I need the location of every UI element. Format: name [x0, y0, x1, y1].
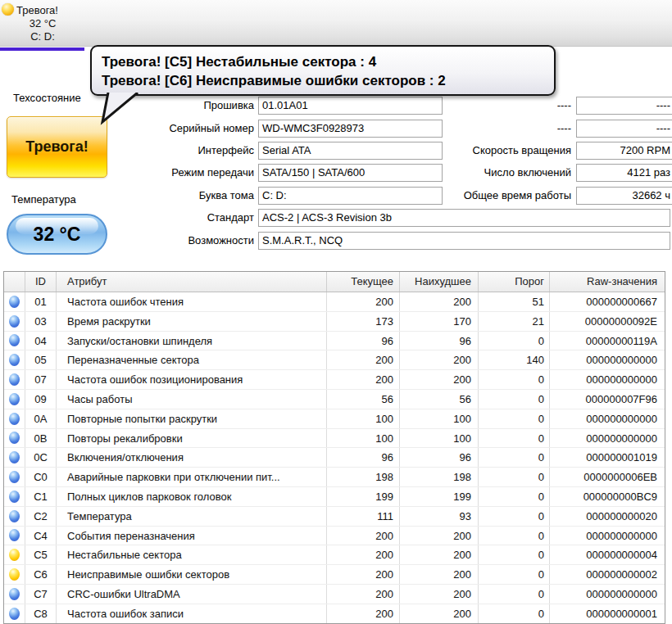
attr-name: Температура	[57, 507, 327, 526]
status-ball-icon	[9, 608, 20, 620]
field-value-host-reads[interactable]: ----	[576, 120, 672, 138]
form-row: Интерфейс Serial ATA Скорость вращения 7…	[0, 142, 672, 160]
attr-raw: 000000000000	[550, 350, 665, 369]
attr-name: Частота ошибок позиционирования	[57, 370, 327, 389]
form-row: Режим передачи SATA/150 | SATA/600 Число…	[0, 164, 672, 182]
attr-current: 199	[327, 487, 400, 506]
status-ball-icon	[9, 588, 20, 600]
table-row[interactable]: 0A Повторные попытки раскрутки 100 100 0…	[4, 409, 665, 429]
field-value-rotation-rate[interactable]: 7200 RPM	[576, 142, 672, 160]
field-value-host-writes[interactable]: ----	[576, 97, 672, 115]
table-row[interactable]: 09 Часы работы 56 56 0 000000007F96	[4, 390, 665, 409]
table-row[interactable]: 05 Переназначенные сектора 200 200 140 0…	[4, 350, 665, 370]
app-window: Тревога! 32 °C C: D: Техсостояние Тревог…	[0, 0, 672, 624]
disk-list-bar: Тревога! 32 °C C: D:	[0, 0, 672, 47]
table-row[interactable]: 07 Частота ошибок позиционирования 200 2…	[4, 370, 665, 390]
attr-threshold: 0	[479, 565, 550, 584]
alert-tooltip: Тревога! [C5] Нестабильные сектора : 4 Т…	[90, 45, 556, 96]
attr-name: События переназначения	[57, 527, 327, 545]
table-row[interactable]: C2 Температура 111 93 0 000000000020	[4, 507, 665, 527]
header-current[interactable]: Текущее	[327, 272, 400, 292]
attr-name: Время раскрутки	[57, 312, 327, 331]
table-row[interactable]: 0B Повторы рекалибровки 100 100 0 000000…	[4, 429, 665, 449]
attr-worst: 199	[400, 487, 479, 506]
attr-threshold: 0	[479, 332, 550, 350]
field-value-standard[interactable]: ACS-2 | ACS-3 Revision 3b	[258, 209, 670, 227]
table-row[interactable]: C5 Нестабильные сектора 200 200 0 000000…	[4, 545, 665, 565]
attr-current: 111	[327, 507, 400, 526]
attr-threshold: 0	[479, 585, 550, 604]
field-label-drive-letter: Буква тома	[82, 189, 254, 201]
attr-raw: 000000000000	[550, 429, 665, 448]
header-raw-values[interactable]: Raw-значения	[550, 272, 665, 292]
attr-raw: 000000000002	[550, 565, 665, 584]
header-worst[interactable]: Наихудшее	[400, 272, 479, 292]
attr-name: Полных циклов парковок головок	[57, 487, 327, 506]
form-row: Буква тома C: D: Общее время работы 3266…	[0, 187, 672, 205]
attr-current: 96	[327, 332, 400, 350]
field-label-power-on-count: Число включений	[393, 166, 571, 179]
field-label-interface: Интерфейс	[82, 144, 254, 156]
attr-raw: 000000000000	[550, 370, 665, 389]
attr-id: C1	[25, 487, 57, 506]
field-label-standard: Стандарт	[82, 211, 254, 224]
header-id[interactable]: ID	[25, 272, 57, 292]
attr-id: 03	[25, 312, 57, 331]
attr-id: 01	[25, 292, 57, 311]
attr-worst: 100	[400, 409, 479, 428]
attr-worst: 200	[400, 350, 479, 369]
attr-current: 200	[327, 585, 400, 604]
attr-id: C8	[25, 604, 57, 623]
tooltip-tail	[92, 93, 141, 125]
attr-worst: 200	[400, 292, 479, 311]
table-row[interactable]: 03 Время раскрутки 173 170 21 0000000009…	[4, 312, 665, 332]
attr-worst: 56	[400, 390, 479, 409]
field-label-power-on-hours: Общее время работы	[393, 189, 571, 201]
table-body: 01 Частота ошибок чтения 200 200 51 0000…	[4, 292, 665, 624]
attr-name: Переназначенные сектора	[57, 350, 327, 369]
attr-current: 200	[327, 604, 400, 623]
status-ball-icon	[9, 413, 20, 425]
attr-id: 09	[25, 390, 57, 409]
status-ball-icon	[9, 315, 20, 328]
table-row[interactable]: C8 Частота ошибок записи 200 200 0 00000…	[4, 604, 665, 624]
field-value-power-on-hours[interactable]: 32662 ч	[576, 187, 672, 205]
attr-worst: 96	[400, 332, 479, 350]
header-threshold[interactable]: Порог	[479, 272, 550, 292]
table-row[interactable]: C0 Аварийные парковки при отключении пит…	[4, 468, 665, 487]
field-value-features[interactable]: S.M.A.R.T., NCQ	[258, 232, 670, 250]
table-row[interactable]: C1 Полных циклов парковок головок 199 19…	[4, 487, 665, 507]
attr-current: 200	[327, 545, 400, 564]
table-row[interactable]: C4 События переназначения 200 200 0 0000…	[4, 527, 665, 546]
status-ball-icon	[9, 549, 20, 561]
field-value-power-on-count[interactable]: 4121 раз	[576, 164, 672, 182]
table-row[interactable]: 0C Включения/отключения 96 96 0 00000000…	[4, 448, 665, 468]
attr-worst: 100	[400, 429, 479, 448]
disk-item-selected[interactable]: Тревога! 32 °C C: D:	[0, 0, 85, 47]
attr-raw: 000000000000	[550, 409, 665, 428]
attr-worst: 200	[400, 604, 479, 623]
attr-raw: 000000007F96	[550, 390, 665, 409]
attr-worst: 96	[400, 448, 479, 467]
attr-threshold: 21	[479, 312, 550, 331]
form-row: Возможности S.M.A.R.T., NCQ	[0, 232, 672, 250]
attr-worst: 200	[400, 545, 479, 564]
attr-threshold: 0	[479, 527, 550, 545]
caution-status-ball-icon	[2, 3, 14, 16]
table-row[interactable]: C7 CRC-ошибки UltraDMA 200 200 0 0000000…	[4, 585, 665, 604]
attr-threshold: 0	[479, 448, 550, 467]
attr-name: Повторные попытки раскрутки	[57, 409, 327, 428]
attr-threshold: 0	[479, 604, 550, 623]
table-row[interactable]: 04 Запуски/остановки шпинделя 96 96 0 00…	[4, 332, 665, 351]
attr-current: 200	[327, 292, 400, 311]
status-ball-icon	[9, 393, 20, 405]
header-attribute[interactable]: Атрибут	[57, 272, 327, 292]
attr-id: 0B	[25, 429, 57, 448]
attr-worst: 198	[400, 468, 479, 486]
header-status-icon-column[interactable]	[4, 272, 25, 292]
attr-name: CRC-ошибки UltraDMA	[57, 585, 327, 604]
table-row[interactable]: C6 Неисправимые ошибки секторов 200 200 …	[4, 565, 665, 585]
table-row[interactable]: 01 Частота ошибок чтения 200 200 51 0000…	[4, 292, 665, 312]
attr-id: 07	[25, 370, 57, 389]
attr-worst: 200	[400, 527, 479, 545]
